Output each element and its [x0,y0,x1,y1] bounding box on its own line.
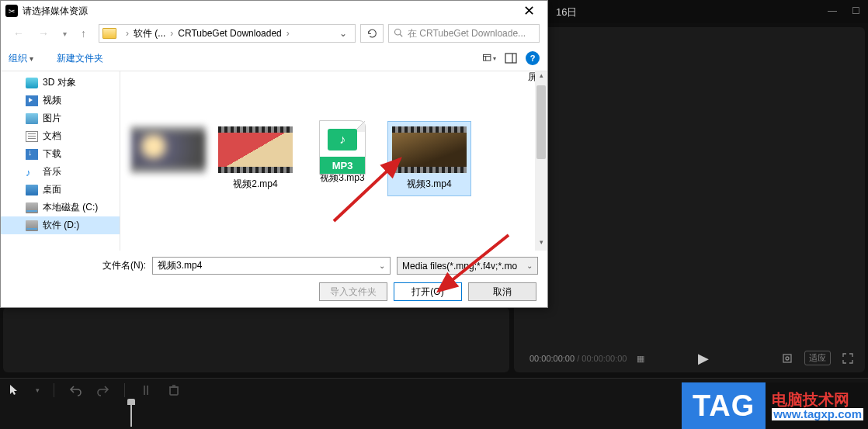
sidebar-item-videos[interactable]: 视频 [1,92,120,109]
nav-back-icon[interactable]: ← [9,26,29,41]
play-button[interactable]: ▶ [698,350,709,367]
breadcrumb-sep: › [121,28,134,39]
svg-point-1 [786,357,789,360]
filename-label: 文件名(N): [10,259,146,272]
downloads-icon [26,149,38,160]
svg-rect-2 [170,387,178,395]
refresh-button[interactable] [360,24,384,43]
filename-input[interactable]: 视频3.mp4 ⌄ [152,257,391,275]
folder-tree-sidebar[interactable]: 3D 对象 视频 图片 文档 下载 ♪音乐 桌面 本地磁盘 (C:) 软件 (D… [1,71,120,251]
video-icon [26,95,38,106]
redo-icon[interactable] [96,383,110,397]
aspect-ratio-label[interactable]: 适应 [804,351,831,365]
documents-icon [26,131,38,142]
address-dropdown-icon[interactable]: ⌄ [335,28,352,39]
search-placeholder: 在 CRTubeGet Downloade... [408,27,526,40]
view-mode-icon[interactable]: ▾ [482,51,496,65]
sidebar-item-disk-c[interactable]: 本地磁盘 (C:) [1,199,120,216]
scale-icon[interactable] [781,352,793,365]
search-box[interactable]: 在 CRTubeGet Downloade... [388,24,540,43]
video-thumbnail [392,126,467,173]
scrollbar-thumb[interactable] [536,85,546,159]
preview-pane-icon[interactable] [504,51,518,65]
svg-rect-0 [783,355,791,362]
file-item-video2[interactable]: 视频2.mp4 [214,121,297,196]
sidebar-item-label: 本地磁盘 (C:) [43,201,98,214]
video-thumbnail [218,126,293,173]
sidebar-item-music[interactable]: ♪音乐 [1,163,120,181]
sidebar-item-label: 3D 对象 [43,76,76,89]
editor-preview-panel [514,27,865,372]
open-button[interactable]: 打开(O) [394,282,462,301]
sidebar-item-label: 下载 [43,147,61,161]
split-icon[interactable] [139,383,153,397]
nav-recent-icon[interactable]: ▾ [58,28,71,40]
watermark: TAG 电脑技术网 www.tagxp.com [682,382,868,429]
minimize-icon[interactable]: — [826,5,838,17]
help-icon[interactable]: ? [526,51,540,65]
breadcrumb-segment-2[interactable]: CRTubeGet Downloaded [178,28,281,39]
playback-timecode: 00:00:00:00 / 00:00:00:00 ▦ [529,354,644,364]
nav-up-icon[interactable]: ↑ [76,26,91,41]
delete-icon[interactable] [167,383,181,397]
editor-bottom-panel [3,307,509,372]
breadcrumb-sep: › [165,28,178,39]
file-open-dialog: ✂ 请选择媒体资源 ✕ ← → ▾ ↑ › 软件 (... › CRTubeGe… [0,0,548,308]
cursor-tool-icon[interactable] [8,383,22,397]
desktop-icon [26,185,38,195]
close-button[interactable]: ✕ [515,3,543,19]
file-list-area[interactable]: 屏..mp4 视频2.mp4 ♪ MP3 [120,71,547,251]
sidebar-item-label: 图片 [43,112,61,125]
cursor-tool-chevron[interactable]: ▾ [36,386,40,394]
mp3-icon: ♪ MP3 [319,120,366,175]
sidebar-item-downloads[interactable]: 下载 [1,145,120,163]
fullscreen-icon[interactable] [842,352,854,365]
file-item-blurred-1[interactable] [127,121,210,196]
address-bar[interactable]: › 软件 (... › CRTubeGet Downloaded › ⌄ [99,24,356,43]
file-item-video3-selected[interactable]: 视频3.mp4 [387,121,471,196]
refresh-icon [367,29,377,39]
breadcrumb-segment-1[interactable]: 软件 (... [134,27,165,40]
3d-objects-icon [26,78,38,88]
new-folder-button[interactable]: 新建文件夹 [57,52,103,65]
maximize-icon[interactable]: ☐ [849,5,862,17]
sidebar-item-label: 视频 [43,94,61,107]
svg-rect-4 [484,54,491,61]
disk-icon [26,202,38,213]
file-grid: 视频2.mp4 ♪ MP3 视频3.mp3 视频3.mp4 [127,121,541,196]
filename-history-icon[interactable]: ⌄ [379,261,385,270]
sidebar-item-desktop[interactable]: 桌面 [1,181,120,199]
nav-forward-icon[interactable]: → [33,26,54,41]
toolbar-separator [54,383,54,397]
dialog-title-bar[interactable]: ✂ 请选择媒体资源 ✕ [1,1,547,21]
toolbar-separator-2 [124,383,125,397]
dialog-title: 请选择媒体资源 [23,5,88,18]
watermark-tag: TAG [682,382,766,429]
music-icon: ♪ [26,167,38,178]
svg-point-3 [395,29,401,35]
cancel-button[interactable]: 取消 [468,282,536,301]
file-item-mp3[interactable]: ♪ MP3 视频3.mp3 [300,121,384,196]
timeline-toolbar: ▾ [8,383,181,397]
sidebar-item-documents[interactable]: 文档 [1,127,120,145]
file-type-filter[interactable]: Media files(*.mpg;*.f4v;*.mo ⌄ [397,257,538,275]
import-folder-button[interactable]: 导入文件夹 [319,282,387,301]
undo-icon[interactable] [68,383,82,397]
organize-menu[interactable]: 组织 [9,52,33,65]
timeline-playhead[interactable] [130,403,132,427]
sidebar-item-3d-objects[interactable]: 3D 对象 [1,74,120,92]
scroll-down-icon[interactable]: ▾ [535,238,547,251]
sidebar-item-label: 软件 (D:) [43,219,79,232]
video-thumbnail [131,126,206,173]
timecode-current: 00:00:00:00 [529,354,575,363]
sidebar-item-disk-d[interactable]: 软件 (D:) [1,216,120,234]
vertical-scrollbar[interactable]: ▴ ▾ [535,71,547,251]
sidebar-item-pictures[interactable]: 图片 [1,109,120,127]
top-date-fragment: 16日 [556,5,577,19]
breadcrumb-sep: › [282,28,294,39]
file-label: 视频3.mp4 [388,178,470,191]
scroll-up-icon[interactable]: ▴ [535,71,547,84]
grid-icon[interactable]: ▦ [637,354,644,363]
filter-dropdown-icon[interactable]: ⌄ [526,261,533,270]
preview-right-controls: 适应 [781,351,854,365]
